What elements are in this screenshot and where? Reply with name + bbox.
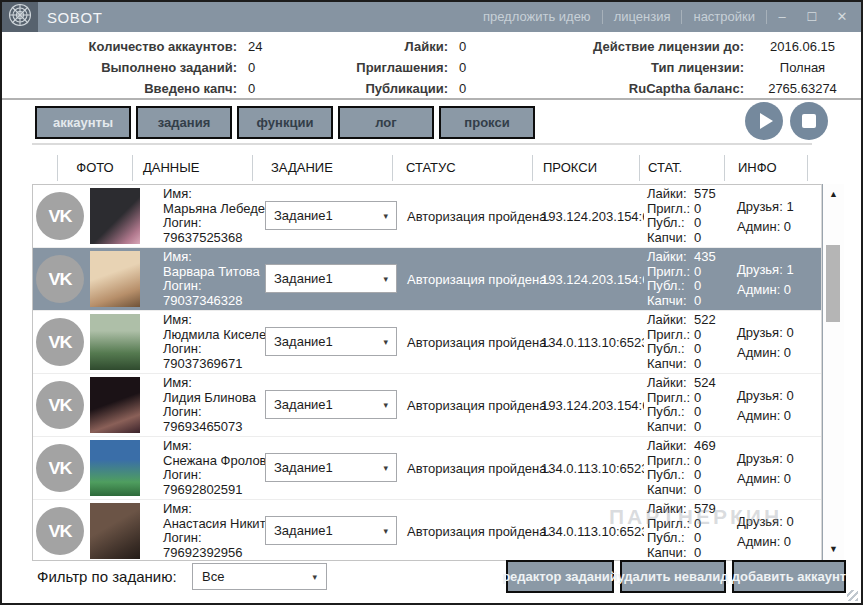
menu-license[interactable]: лицензия — [603, 2, 682, 32]
vertical-scrollbar[interactable]: ▲ ▼ — [822, 184, 844, 561]
invites-value: 0 — [459, 60, 466, 75]
tab-bar: аккаунты задания функции лог прокси — [35, 106, 535, 139]
accounts-count-label: Количество аккаунтов: — [32, 39, 237, 54]
window-controls: – ☐ ✕ — [767, 2, 857, 32]
invites-count: 0 — [694, 264, 701, 279]
filter-dropdown-value: Все — [202, 569, 224, 584]
stats-divider — [2, 98, 863, 100]
proxy-text: 193.124.203.154:65 — [541, 248, 644, 310]
posts-label: Публикации: — [332, 81, 448, 96]
account-name: Людмила Киселева — [163, 328, 280, 343]
account-photo — [90, 503, 140, 559]
proxy-text: 193.124.203.154:65 — [541, 185, 644, 247]
menu-suggest-idea[interactable]: предложить идею — [472, 2, 602, 32]
vk-icon: VK — [36, 507, 84, 555]
minimize-icon[interactable]: – — [767, 2, 797, 32]
play-button[interactable] — [745, 102, 783, 140]
stop-button[interactable] — [790, 102, 828, 140]
captcha-count: 0 — [694, 230, 701, 245]
tab-proxy[interactable]: прокси — [439, 106, 535, 139]
table-row[interactable]: VK Имя: Снежана Фролова Логин: 796928025… — [33, 437, 821, 500]
captcha-count: 0 — [694, 482, 701, 497]
footer-buttons: редактор заданий удалить невалид добавит… — [506, 560, 846, 593]
scroll-down-icon[interactable]: ▼ — [823, 544, 844, 554]
posts-count: 0 — [694, 404, 701, 419]
rucaptha-balance-value: 2765.63274 — [755, 81, 850, 96]
stat-cell: Лайки:579 Пригл.:0 Публ.:0 Капчи:0 — [647, 502, 716, 560]
filter-label: Фильтр по заданию: — [37, 568, 177, 585]
stat-cell: Лайки:575 Пригл.:0 Публ.:0 Капчи:0 — [647, 187, 716, 245]
proxy-text: 134.0.113.10:65233 — [541, 311, 644, 373]
status-text: Авторизация пройдена. — [407, 374, 550, 436]
tabs-divider — [32, 143, 812, 145]
accounts-count-value: 24 — [248, 39, 262, 54]
task-dropdown[interactable]: Задание1 ▾ — [265, 390, 397, 419]
account-login: 79037369671 — [163, 357, 280, 372]
header-info: ИНФО — [724, 155, 807, 181]
likes-count: 575 — [694, 186, 716, 201]
invites-count: 0 — [694, 516, 701, 531]
task-dropdown[interactable]: Задание1 ▾ — [265, 453, 397, 482]
likes-count: 469 — [694, 438, 716, 453]
table-row[interactable]: VK Имя: Варвара Титова Логин: 7903734632… — [33, 248, 821, 311]
scroll-up-icon[interactable]: ▲ — [823, 189, 844, 199]
account-login: 79692392956 — [163, 546, 287, 561]
stats-license-column: Действие лицензии до: 2016.06.15 Тип лиц… — [560, 39, 850, 96]
account-photo — [90, 251, 140, 307]
maximize-icon[interactable]: ☐ — [797, 2, 827, 32]
stats-accounts-column: Количество аккаунтов: 24 Выполнено задан… — [32, 39, 262, 96]
header-spacer-end — [807, 155, 822, 181]
vk-icon: VK — [36, 255, 84, 303]
login-label: Логин: — [163, 279, 260, 294]
menu-settings[interactable]: настройки — [682, 2, 766, 32]
likes-count: 435 — [694, 249, 716, 264]
tab-tasks[interactable]: задания — [136, 106, 232, 139]
info-cell: Друзья: 1 Админ: 0 — [737, 248, 794, 310]
stat-cell: Лайки:435 Пригл.:0 Публ.:0 Капчи:0 — [647, 250, 716, 308]
likes-count: 522 — [694, 312, 716, 327]
scrollbar-thumb[interactable] — [826, 245, 840, 322]
chevron-down-icon: ▾ — [383, 526, 388, 536]
friends-count: Друзья: 0 — [737, 325, 794, 340]
task-dropdown-value: Задание1 — [274, 397, 333, 412]
resize-grip-icon[interactable] — [847, 590, 858, 601]
chevron-down-icon: ▾ — [312, 572, 317, 582]
title-bar: SOBOT предложить идею лицензия настройки… — [2, 2, 861, 32]
account-name: Марьяна Лебедева — [163, 202, 279, 217]
task-dropdown[interactable]: Задание1 ▾ — [265, 516, 397, 545]
filter-dropdown[interactable]: Все ▾ — [192, 563, 327, 590]
license-type-value: Полная — [755, 60, 850, 75]
tab-functions[interactable]: функции — [237, 106, 333, 139]
tab-accounts[interactable]: аккаунты — [35, 106, 131, 139]
task-dropdown-value: Задание1 — [274, 271, 333, 286]
account-data-cell: Имя: Варвара Титова Логин: 79037346328 — [163, 250, 260, 308]
status-text: Авторизация пройдена. — [407, 185, 550, 247]
account-name: Лидия Блинова — [163, 391, 256, 406]
app-title: SOBOT — [47, 9, 103, 26]
likes-value: 0 — [459, 39, 466, 54]
posts-value: 0 — [459, 81, 466, 96]
app-window: SOBOT предложить идею лицензия настройки… — [0, 0, 863, 605]
proxy-text: 193.124.203.154:65 — [541, 374, 644, 436]
captchas-entered-label: Введено капч: — [32, 81, 237, 96]
task-dropdown[interactable]: Задание1 ▾ — [265, 201, 397, 230]
account-photo — [90, 440, 140, 496]
account-login: 79637525368 — [163, 231, 279, 246]
login-label: Логин: — [163, 405, 256, 420]
table-row[interactable]: VK Имя: Марьяна Лебедева Логин: 79637525… — [33, 185, 821, 248]
stats-activity-column: Лайки: 0 Приглашения: 0 Публикации: 0 — [332, 39, 466, 96]
table-row[interactable]: VK Имя: Людмила Киселева Логин: 79037369… — [33, 311, 821, 374]
table-row[interactable]: VK Имя: Лидия Блинова Логин: 79693465073… — [33, 374, 821, 437]
close-icon[interactable]: ✕ — [827, 2, 857, 32]
table-row[interactable]: VK Имя: Анастасия Никитина Логин: 796923… — [33, 500, 821, 561]
vk-icon: VK — [36, 444, 84, 492]
task-dropdown[interactable]: Задание1 ▾ — [265, 327, 397, 356]
header-spacer — [32, 155, 57, 181]
add-account-button[interactable]: добавить аккаунт — [732, 560, 846, 593]
header-task: ЗАДАНИЕ — [252, 155, 392, 181]
task-dropdown[interactable]: Задание1 ▾ — [265, 264, 397, 293]
delete-invalid-button[interactable]: удалить невалид — [620, 560, 726, 593]
rucaptha-balance-label: RuCaptha баланс: — [560, 81, 744, 96]
tab-log[interactable]: лог — [338, 106, 434, 139]
task-editor-button[interactable]: редактор заданий — [506, 560, 614, 593]
